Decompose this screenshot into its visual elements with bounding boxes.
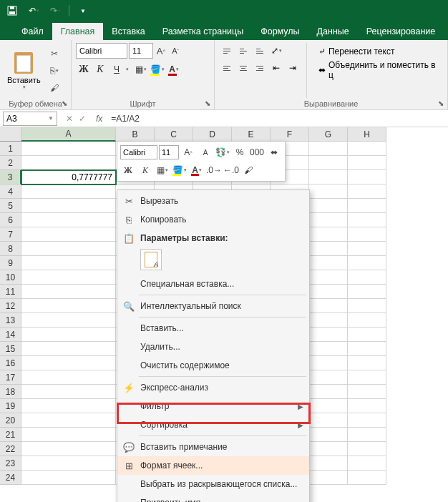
mini-increase-decimal[interactable]: .0→ — [206, 162, 222, 178]
row-header-21[interactable]: 21 — [0, 428, 21, 442]
column-header-F[interactable]: F — [271, 127, 309, 142]
mini-font-color[interactable]: A▾ — [189, 162, 205, 178]
row-header-24[interactable]: 24 — [0, 471, 21, 485]
align-bottom-button[interactable] — [252, 43, 268, 59]
row-header-6[interactable]: 6 — [0, 213, 21, 227]
cell-G24[interactable] — [309, 471, 348, 485]
cell-H19[interactable] — [348, 399, 386, 413]
tab-insert[interactable]: Вставка — [103, 23, 153, 40]
cell-H17[interactable] — [348, 370, 386, 385]
cell-G14[interactable] — [309, 328, 348, 342]
row-header-10[interactable]: 10 — [0, 270, 21, 285]
cell-A2[interactable] — [21, 156, 116, 170]
tab-page-layout[interactable]: Разметка страницы — [154, 23, 252, 40]
cell-G12[interactable] — [309, 299, 348, 313]
cell-A13[interactable] — [21, 313, 116, 328]
cell-A5[interactable] — [21, 199, 116, 213]
cell-G21[interactable] — [309, 428, 348, 442]
cell-G3[interactable] — [309, 170, 348, 184]
cell-G22[interactable] — [309, 442, 348, 456]
save-button[interactable] — [4, 3, 20, 19]
cell-H7[interactable] — [348, 227, 386, 242]
cell-G18[interactable] — [309, 385, 348, 399]
row-header-16[interactable]: 16 — [0, 356, 21, 370]
paste-button[interactable]: Вставить ▾ — [4, 43, 44, 98]
decrease-indent-button[interactable]: ⇤ — [268, 60, 284, 76]
mini-percent-button[interactable]: % — [232, 144, 248, 160]
font-size-input[interactable] — [129, 43, 153, 59]
cell-H4[interactable] — [348, 184, 386, 199]
column-header-D[interactable]: D — [193, 127, 232, 142]
column-header-E[interactable]: E — [232, 127, 271, 142]
wrap-text-button[interactable]: ⤶ Перенести текст — [316, 43, 443, 60]
cell-A18[interactable] — [21, 385, 116, 399]
cell-A24[interactable] — [21, 471, 116, 485]
cell-G19[interactable] — [309, 399, 348, 413]
fill-color-button[interactable]: 🪣▾ — [150, 61, 165, 77]
cell-A17[interactable] — [21, 370, 116, 385]
align-middle-button[interactable] — [235, 43, 251, 59]
cm-insert-comment[interactable]: 💬Вставить примечание — [117, 438, 309, 456]
cell-H6[interactable] — [348, 213, 386, 227]
cell-G6[interactable] — [309, 213, 348, 227]
borders-button[interactable]: ▦▾ — [133, 61, 149, 77]
cell-A3[interactable]: 0,7777777 — [21, 170, 116, 184]
font-launcher[interactable]: ⬊ — [203, 98, 213, 108]
row-header-2[interactable]: 2 — [0, 156, 21, 170]
column-header-B[interactable]: B — [116, 127, 155, 142]
font-color-button[interactable]: A▾ — [166, 61, 182, 77]
cell-G1[interactable] — [309, 142, 348, 156]
name-box[interactable]: A3▼ — [3, 112, 57, 126]
cell-G7[interactable] — [309, 227, 348, 242]
alignment-launcher[interactable]: ⬊ — [436, 98, 446, 108]
orientation-button[interactable]: ⤢▾ — [268, 43, 284, 59]
cell-A11[interactable] — [21, 285, 116, 299]
column-header-G[interactable]: G — [309, 127, 348, 142]
cell-G17[interactable] — [309, 370, 348, 385]
font-name-input[interactable] — [76, 43, 127, 59]
cell-G2[interactable] — [309, 156, 348, 170]
cell-H5[interactable] — [348, 199, 386, 213]
tab-formulas[interactable]: Формулы — [252, 23, 308, 40]
row-header-11[interactable]: 11 — [0, 285, 21, 299]
align-center-button[interactable] — [235, 60, 251, 76]
cell-G23[interactable] — [309, 456, 348, 471]
tab-review[interactable]: Рецензирование — [358, 23, 444, 40]
cm-sort[interactable]: Сортировка▶ — [117, 415, 309, 434]
tab-file[interactable]: Файл — [13, 23, 52, 40]
mini-increase-font[interactable]: A^ — [180, 144, 196, 160]
cm-quick-analysis[interactable]: ⚡Экспресс-анализ — [117, 378, 309, 397]
cm-define-name[interactable]: Присвоить имя... — [117, 493, 309, 502]
cell-G13[interactable] — [309, 313, 348, 328]
cell-H15[interactable] — [348, 342, 386, 356]
paste-option-values[interactable]: A — [140, 249, 162, 270]
cut-button[interactable]: ✂ — [47, 46, 62, 61]
cm-filter[interactable]: Фильтр▶ — [117, 397, 309, 415]
cell-H18[interactable] — [348, 385, 386, 399]
row-header-18[interactable]: 18 — [0, 385, 21, 399]
italic-button[interactable]: К — [92, 61, 108, 77]
row-header-3[interactable]: 3 — [0, 170, 21, 184]
mini-fill-color[interactable]: 🪣▾ — [172, 162, 188, 178]
cell-H10[interactable] — [348, 270, 386, 285]
cell-H13[interactable] — [348, 313, 386, 328]
row-header-14[interactable]: 14 — [0, 328, 21, 342]
enter-formula-button[interactable]: ✓ — [79, 114, 86, 124]
cell-G9[interactable] — [309, 256, 348, 270]
cell-H9[interactable] — [348, 256, 386, 270]
row-header-5[interactable]: 5 — [0, 199, 21, 213]
align-right-button[interactable] — [252, 60, 268, 76]
bold-button[interactable]: Ж — [76, 61, 92, 77]
cm-insert[interactable]: Вставить... — [117, 319, 309, 338]
format-painter-button[interactable]: 🖌 — [47, 80, 62, 96]
cell-G10[interactable] — [309, 270, 348, 285]
underline-button[interactable]: Ч — [109, 61, 125, 77]
row-header-9[interactable]: 9 — [0, 256, 21, 270]
cell-G16[interactable] — [309, 356, 348, 370]
cell-G8[interactable] — [309, 242, 348, 256]
cell-G4[interactable] — [309, 184, 348, 199]
mini-bold[interactable]: Ж — [120, 162, 136, 178]
mini-font-size[interactable] — [159, 145, 179, 159]
cell-A9[interactable] — [21, 256, 116, 270]
cell-H3[interactable] — [348, 170, 386, 184]
